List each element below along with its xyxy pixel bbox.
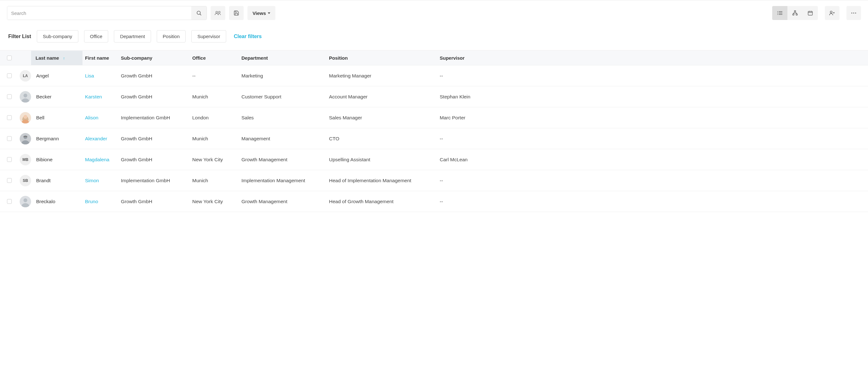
- list-icon: [777, 10, 783, 16]
- col-position[interactable]: Position: [327, 51, 437, 65]
- views-label: Views: [252, 10, 266, 16]
- cell-subcompany: Growth GmbH: [118, 152, 190, 167]
- filter-department[interactable]: Department: [114, 30, 151, 42]
- cell-office: New York City: [190, 152, 239, 167]
- cell-firstname-link[interactable]: Magdalena: [85, 157, 110, 162]
- cell-lastname: Becker: [34, 90, 83, 104]
- svg-point-17: [830, 11, 832, 13]
- row-checkbox[interactable]: [7, 199, 12, 204]
- cell-supervisor: --: [437, 131, 868, 146]
- col-subcompany[interactable]: Sub-company: [118, 51, 190, 65]
- filter-supervisor[interactable]: Supervisor: [191, 30, 226, 42]
- search-icon: [196, 10, 202, 16]
- cell-supervisor: --: [437, 173, 868, 188]
- row-checkbox[interactable]: [7, 115, 12, 120]
- avatar: LA: [20, 70, 31, 82]
- cell-firstname-link[interactable]: Alison: [85, 115, 98, 120]
- filter-bar: Filter List Sub-company Office Departmen…: [0, 26, 868, 50]
- toolbar: Views: [0, 0, 868, 26]
- cell-office: Munich: [190, 90, 239, 104]
- save-icon: [234, 10, 239, 16]
- employee-table: Last name ↑ First name Sub-company Offic…: [0, 50, 868, 212]
- table-row[interactable]: MBBibioneMagdalenaGrowth GmbHNew York Ci…: [0, 149, 868, 170]
- cell-office: London: [190, 111, 239, 125]
- cell-lastname: Bell: [34, 111, 83, 125]
- cell-firstname-link[interactable]: Karsten: [85, 94, 102, 99]
- filter-office[interactable]: Office: [84, 30, 108, 42]
- cell-department: Sales: [239, 111, 327, 125]
- table-row[interactable]: LAAngelLisaGrowth GmbH--MarketingMarketi…: [0, 65, 868, 86]
- svg-line-1: [200, 14, 201, 15]
- svg-point-6: [777, 13, 778, 13]
- svg-point-4: [777, 11, 778, 12]
- cell-supervisor: Marc Porter: [437, 111, 868, 125]
- more-button[interactable]: [846, 6, 861, 20]
- table-row[interactable]: BergmannAlexanderGrowth GmbHMunichManage…: [0, 128, 868, 149]
- row-checkbox[interactable]: [7, 94, 12, 99]
- col-supervisor[interactable]: Supervisor: [437, 51, 868, 65]
- row-checkbox[interactable]: [7, 73, 12, 78]
- svg-rect-10: [795, 11, 796, 12]
- search-input[interactable]: [7, 6, 191, 20]
- cell-supervisor: --: [437, 68, 868, 83]
- cell-subcompany: Growth GmbH: [118, 194, 190, 209]
- filter-subcompany[interactable]: Sub-company: [37, 30, 79, 42]
- avatar: MB: [20, 154, 31, 166]
- svg-point-21: [854, 13, 855, 13]
- filter-list-label: Filter List: [8, 34, 31, 39]
- cell-firstname-link[interactable]: Bruno: [85, 199, 98, 204]
- avatar: [20, 196, 31, 207]
- table-row[interactable]: BreckaloBrunoGrowth GmbHNew York CityGro…: [0, 191, 868, 212]
- cell-lastname: Bibione: [34, 152, 83, 167]
- people-icon: [214, 10, 221, 16]
- cell-department: Marketing: [239, 68, 327, 83]
- avatar: SB: [20, 175, 31, 186]
- cell-firstname-link[interactable]: Alexander: [85, 136, 107, 141]
- search-field[interactable]: [7, 6, 207, 20]
- cell-department: Implementation Management: [239, 173, 327, 188]
- cell-position: Sales Manager: [327, 111, 437, 125]
- list-view-button[interactable]: [772, 6, 787, 20]
- views-dropdown[interactable]: Views: [247, 6, 275, 20]
- cell-department: Growth Management: [239, 194, 327, 209]
- cell-position: Head of Implementation Management: [327, 173, 437, 188]
- table-row[interactable]: BeckerKarstenGrowth GmbHMunichCustomer S…: [0, 86, 868, 107]
- svg-point-3: [218, 11, 220, 13]
- col-firstname[interactable]: First name: [83, 51, 118, 65]
- col-lastname[interactable]: Last name ↑: [31, 51, 83, 65]
- row-checkbox[interactable]: [7, 157, 12, 162]
- group-button[interactable]: [211, 6, 225, 20]
- row-checkbox[interactable]: [7, 136, 12, 141]
- svg-rect-13: [808, 11, 812, 15]
- avatar: [20, 91, 31, 102]
- svg-point-8: [777, 14, 778, 14]
- col-office[interactable]: Office: [190, 51, 239, 65]
- row-checkbox[interactable]: [7, 178, 12, 183]
- table-row[interactable]: BellAlisonImplementation GmbHLondonSales…: [0, 107, 868, 128]
- cell-subcompany: Growth GmbH: [118, 90, 190, 104]
- user-plus-icon: [829, 10, 835, 16]
- select-all-checkbox[interactable]: [7, 56, 12, 60]
- cell-firstname-link[interactable]: Lisa: [85, 73, 94, 79]
- table-row[interactable]: SBBrandtSimonImplementation GmbHMunichIm…: [0, 170, 868, 191]
- svg-point-2: [216, 11, 218, 13]
- clear-filters-button[interactable]: Clear filters: [234, 34, 262, 39]
- save-button[interactable]: [229, 6, 244, 20]
- add-user-button[interactable]: [825, 6, 839, 20]
- filter-position[interactable]: Position: [157, 30, 186, 42]
- col-department[interactable]: Department: [239, 51, 327, 65]
- svg-point-34: [24, 199, 27, 202]
- calendar-view-button[interactable]: [803, 6, 818, 20]
- cell-department: Customer Support: [239, 90, 327, 104]
- sort-asc-icon: ↑: [63, 56, 65, 61]
- cell-department: Growth Management: [239, 152, 327, 167]
- svg-rect-12: [796, 14, 798, 15]
- avatar: [20, 112, 31, 123]
- org-view-button[interactable]: [787, 6, 803, 20]
- cell-firstname-link[interactable]: Simon: [85, 178, 99, 183]
- search-button[interactable]: [191, 6, 207, 20]
- cell-subcompany: Implementation GmbH: [118, 173, 190, 188]
- org-chart-icon: [792, 10, 798, 16]
- cell-lastname: Breckalo: [34, 194, 83, 209]
- svg-point-27: [24, 115, 27, 119]
